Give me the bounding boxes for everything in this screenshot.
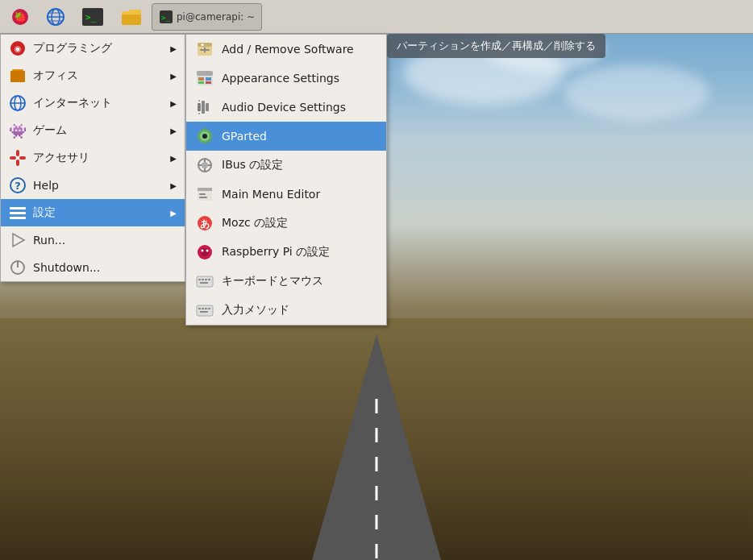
svg-rect-71	[197, 305, 213, 316]
ibus-icon	[196, 156, 214, 174]
office-arrow: ▶	[170, 72, 177, 81]
menu-item-office[interactable]: オフィス ▶	[1, 62, 185, 89]
submenu-keyboard[interactable]: キーボードとマウス	[186, 267, 386, 296]
svg-marker-27	[13, 234, 24, 247]
filemanager-button[interactable]	[113, 3, 150, 31]
svg-text:>_: >_	[161, 14, 170, 22]
gparted-tooltip: パーティションを作成／再構成／削除する	[387, 34, 605, 58]
raspi-icon	[196, 243, 214, 261]
svg-rect-68	[205, 279, 207, 280]
svg-rect-31	[198, 43, 212, 47]
mozc-icon: あ	[196, 214, 214, 232]
programming-arrow: ▶	[170, 44, 177, 53]
keyboard-label: キーボードとマウス	[222, 274, 323, 288]
raspi-label: Raspberry Pi の設定	[222, 245, 330, 259]
internet-icon	[9, 94, 27, 112]
menu-item-run[interactable]: Run...	[1, 226, 185, 254]
svg-text:>_: >_	[85, 12, 97, 23]
svg-rect-38	[206, 77, 211, 81]
svg-rect-42	[202, 101, 205, 114]
svg-rect-65	[197, 276, 213, 287]
svg-rect-26	[10, 217, 26, 219]
raspberry-menu-button[interactable]: 🍓	[3, 3, 37, 31]
submenu-raspi[interactable]: Raspberry Pi の設定	[186, 238, 386, 267]
internet-arrow: ▶	[170, 99, 177, 108]
submenu-mainmenu[interactable]: Main Menu Editor	[186, 180, 386, 209]
tooltip-text: パーティションを作成／再構成／削除する	[397, 39, 596, 52]
programming-icon: ◉	[9, 39, 27, 57]
terminal-title: pi@camerapi: ~	[177, 11, 255, 23]
audio-label: Audio Device Settings	[222, 101, 346, 114]
svg-rect-74	[205, 308, 207, 309]
svg-rect-14	[12, 69, 23, 71]
accessories-label: アクセサリ	[33, 151, 164, 165]
svg-rect-24	[10, 207, 26, 209]
submenu-audio[interactable]: Audio Device Settings	[186, 93, 386, 122]
audio-icon	[196, 98, 214, 116]
svg-rect-40	[206, 81, 211, 84]
gparted-label: GParted	[222, 130, 267, 143]
games-arrow: ▶	[170, 127, 177, 135]
svg-rect-73	[202, 308, 204, 309]
terminal2-button[interactable]: >_ pi@camerapi: ~	[152, 3, 262, 31]
menu-item-games[interactable]: 👾 ゲーム ▶	[1, 117, 185, 144]
svg-text:◉: ◉	[15, 44, 22, 53]
appearance-icon	[196, 69, 214, 87]
svg-rect-21	[19, 156, 26, 160]
svg-rect-70	[200, 282, 208, 284]
svg-text:🍓: 🍓	[14, 10, 27, 24]
menu-item-internet[interactable]: インターネット ▶	[1, 89, 185, 117]
menu-item-accessories[interactable]: アクセサリ ▶	[1, 144, 185, 172]
svg-rect-66	[198, 279, 201, 280]
games-icon: 👾	[9, 122, 27, 139]
menu-item-settings[interactable]: 設定 ▶	[1, 199, 185, 226]
svg-rect-20	[10, 156, 16, 160]
svg-rect-56	[198, 188, 212, 191]
keyboard-icon	[196, 272, 214, 290]
terminal2-icon: >_	[159, 10, 173, 24]
settings-arrow: ▶	[170, 209, 177, 218]
menu-item-programming[interactable]: ◉ プログラミング ▶	[1, 35, 185, 62]
submenu-input[interactable]: 入力メソッド	[186, 296, 386, 325]
terminal-button[interactable]: >_	[74, 3, 111, 31]
svg-rect-58	[199, 197, 207, 198]
submenu-gparted[interactable]: GParted	[186, 122, 386, 151]
svg-rect-48	[203, 128, 206, 131]
svg-rect-18	[16, 150, 19, 156]
svg-rect-76	[200, 311, 208, 313]
input-icon	[196, 301, 214, 319]
menu-item-help[interactable]: ? Help ▶	[1, 172, 185, 199]
submenu-appearance[interactable]: Appearance Settings	[186, 64, 386, 93]
svg-rect-34	[204, 48, 206, 53]
svg-point-64	[206, 250, 209, 252]
settings-submenu: Add / Remove Software Appearance Setting…	[185, 34, 387, 326]
games-label: ゲーム	[33, 123, 164, 138]
svg-point-50	[202, 162, 208, 168]
svg-point-62	[201, 248, 209, 256]
add-remove-icon	[196, 40, 214, 58]
svg-point-32	[202, 44, 204, 46]
internet-label: インターネット	[33, 96, 164, 110]
svg-text:あ: あ	[200, 218, 210, 230]
menu-item-shutdown[interactable]: Shutdown...	[1, 254, 185, 281]
help-label: Help	[33, 179, 164, 192]
shutdown-icon	[9, 259, 27, 276]
svg-rect-19	[16, 160, 19, 166]
submenu-ibus[interactable]: IBus の設定	[186, 151, 386, 180]
run-icon	[9, 231, 27, 249]
svg-rect-25	[10, 212, 26, 214]
office-icon	[9, 67, 27, 85]
gparted-icon	[196, 127, 214, 145]
svg-rect-36	[197, 71, 213, 76]
help-icon: ?	[9, 176, 27, 194]
shutdown-label: Shutdown...	[33, 261, 177, 274]
svg-rect-69	[208, 279, 210, 280]
submenu-add-remove[interactable]: Add / Remove Software	[186, 35, 386, 64]
help-arrow: ▶	[170, 181, 177, 190]
mainmenu-icon	[196, 185, 214, 203]
settings-icon	[9, 204, 27, 222]
office-label: オフィス	[33, 68, 164, 83]
taskbar: 🍓 >_ >_ pi@camerapi: ~	[0, 0, 753, 34]
globe-button[interactable]	[39, 3, 73, 31]
submenu-mozc[interactable]: あ Mozc の設定	[186, 209, 386, 238]
